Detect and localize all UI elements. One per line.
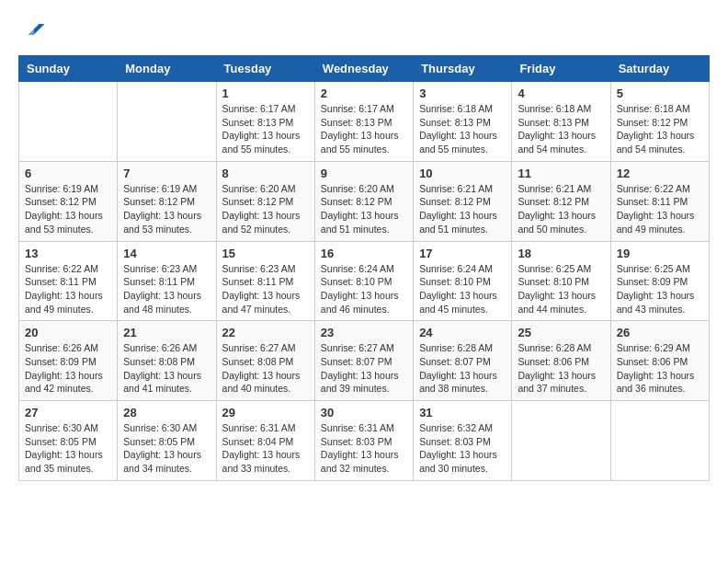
- calendar-day-cell: 12Sunrise: 6:22 AM Sunset: 8:11 PM Dayli…: [610, 161, 709, 241]
- day-number: 3: [419, 86, 506, 100]
- calendar-day-cell: 2Sunrise: 6:17 AM Sunset: 8:13 PM Daylig…: [314, 82, 413, 162]
- day-number: 9: [321, 167, 407, 180]
- day-number: 16: [321, 247, 407, 260]
- day-info: Sunrise: 6:28 AM Sunset: 8:07 PM Dayligh…: [419, 341, 506, 396]
- day-number: 17: [419, 247, 506, 260]
- logo-icon: [18, 18, 46, 46]
- calendar-day-cell: 17Sunrise: 6:24 AM Sunset: 8:10 PM Dayli…: [414, 241, 512, 321]
- calendar-week-row: 27Sunrise: 6:30 AM Sunset: 8:05 PM Dayli…: [19, 401, 710, 481]
- day-info: Sunrise: 6:28 AM Sunset: 8:06 PM Dayligh…: [518, 341, 604, 396]
- calendar-day-cell: 28Sunrise: 6:30 AM Sunset: 8:05 PM Dayli…: [118, 401, 216, 481]
- day-number: 19: [617, 247, 703, 260]
- day-number: 4: [518, 86, 604, 100]
- day-info: Sunrise: 6:19 AM Sunset: 8:12 PM Dayligh…: [25, 182, 111, 236]
- calendar-day-cell: [512, 401, 610, 481]
- calendar-week-row: 13Sunrise: 6:22 AM Sunset: 8:11 PM Dayli…: [19, 241, 710, 321]
- day-info: Sunrise: 6:25 AM Sunset: 8:10 PM Dayligh…: [518, 262, 604, 316]
- day-info: Sunrise: 6:27 AM Sunset: 8:08 PM Dayligh…: [222, 341, 309, 396]
- day-number: 20: [25, 326, 111, 339]
- calendar-day-cell: 5Sunrise: 6:18 AM Sunset: 8:12 PM Daylig…: [610, 82, 709, 162]
- calendar-day-cell: 22Sunrise: 6:27 AM Sunset: 8:08 PM Dayli…: [216, 321, 314, 401]
- day-info: Sunrise: 6:27 AM Sunset: 8:07 PM Dayligh…: [321, 341, 407, 396]
- calendar-day-cell: 27Sunrise: 6:30 AM Sunset: 8:05 PM Dayli…: [19, 401, 118, 481]
- calendar-header-row: SundayMondayTuesdayWednesdayThursdayFrid…: [19, 56, 710, 82]
- calendar-day-cell: 30Sunrise: 6:31 AM Sunset: 8:03 PM Dayli…: [314, 401, 413, 481]
- calendar-day-header: Tuesday: [216, 56, 314, 82]
- calendar-day-header: Sunday: [19, 56, 118, 82]
- calendar-day-cell: 13Sunrise: 6:22 AM Sunset: 8:11 PM Dayli…: [19, 241, 118, 321]
- calendar-day-cell: 4Sunrise: 6:18 AM Sunset: 8:13 PM Daylig…: [512, 82, 610, 162]
- header: [18, 18, 710, 46]
- calendar-week-row: 20Sunrise: 6:26 AM Sunset: 8:09 PM Dayli…: [19, 321, 710, 401]
- calendar-day-cell: 23Sunrise: 6:27 AM Sunset: 8:07 PM Dayli…: [314, 321, 413, 401]
- calendar-day-cell: 9Sunrise: 6:20 AM Sunset: 8:12 PM Daylig…: [314, 161, 413, 241]
- logo: [18, 18, 50, 46]
- day-info: Sunrise: 6:24 AM Sunset: 8:10 PM Dayligh…: [419, 262, 506, 316]
- day-info: Sunrise: 6:18 AM Sunset: 8:13 PM Dayligh…: [518, 102, 604, 156]
- calendar-day-cell: [610, 401, 709, 481]
- day-number: 23: [321, 326, 407, 339]
- calendar-day-cell: 11Sunrise: 6:21 AM Sunset: 8:12 PM Dayli…: [512, 161, 610, 241]
- calendar-day-cell: 15Sunrise: 6:23 AM Sunset: 8:11 PM Dayli…: [216, 241, 314, 321]
- day-info: Sunrise: 6:18 AM Sunset: 8:12 PM Dayligh…: [617, 102, 703, 156]
- calendar-day-cell: 20Sunrise: 6:26 AM Sunset: 8:09 PM Dayli…: [19, 321, 118, 401]
- svg-marker-1: [28, 29, 34, 35]
- day-info: Sunrise: 6:18 AM Sunset: 8:13 PM Dayligh…: [419, 102, 506, 156]
- day-info: Sunrise: 6:30 AM Sunset: 8:05 PM Dayligh…: [25, 421, 111, 476]
- calendar-day-cell: 6Sunrise: 6:19 AM Sunset: 8:12 PM Daylig…: [19, 161, 118, 241]
- day-number: 12: [617, 167, 703, 180]
- day-number: 5: [617, 86, 703, 100]
- day-number: 28: [123, 406, 210, 419]
- day-info: Sunrise: 6:30 AM Sunset: 8:05 PM Dayligh…: [123, 421, 210, 476]
- day-number: 2: [321, 86, 407, 100]
- calendar-day-cell: 10Sunrise: 6:21 AM Sunset: 8:12 PM Dayli…: [414, 161, 512, 241]
- day-info: Sunrise: 6:26 AM Sunset: 8:08 PM Dayligh…: [123, 341, 210, 396]
- calendar-day-header: Saturday: [610, 56, 709, 82]
- day-info: Sunrise: 6:24 AM Sunset: 8:10 PM Dayligh…: [321, 262, 407, 316]
- day-number: 22: [222, 326, 309, 339]
- day-info: Sunrise: 6:25 AM Sunset: 8:09 PM Dayligh…: [617, 262, 703, 316]
- day-number: 18: [518, 247, 604, 260]
- calendar-day-cell: 21Sunrise: 6:26 AM Sunset: 8:08 PM Dayli…: [118, 321, 216, 401]
- calendar-day-cell: 18Sunrise: 6:25 AM Sunset: 8:10 PM Dayli…: [512, 241, 610, 321]
- day-number: 29: [222, 406, 309, 419]
- calendar-day-cell: 24Sunrise: 6:28 AM Sunset: 8:07 PM Dayli…: [414, 321, 512, 401]
- day-number: 10: [419, 167, 506, 180]
- calendar-day-cell: 31Sunrise: 6:32 AM Sunset: 8:03 PM Dayli…: [414, 401, 512, 481]
- day-number: 11: [518, 167, 604, 180]
- day-number: 21: [123, 326, 210, 339]
- calendar-day-cell: 1Sunrise: 6:17 AM Sunset: 8:13 PM Daylig…: [216, 82, 314, 162]
- calendar-day-cell: 8Sunrise: 6:20 AM Sunset: 8:12 PM Daylig…: [216, 161, 314, 241]
- day-number: 27: [25, 406, 111, 419]
- calendar-day-cell: [19, 82, 118, 162]
- calendar-week-row: 1Sunrise: 6:17 AM Sunset: 8:13 PM Daylig…: [19, 82, 710, 162]
- day-info: Sunrise: 6:31 AM Sunset: 8:03 PM Dayligh…: [321, 421, 407, 476]
- day-info: Sunrise: 6:21 AM Sunset: 8:12 PM Dayligh…: [419, 182, 506, 236]
- day-number: 24: [419, 326, 506, 339]
- day-number: 8: [222, 167, 309, 180]
- day-number: 7: [123, 167, 210, 180]
- calendar-day-header: Friday: [512, 56, 610, 82]
- svg-marker-0: [34, 24, 45, 35]
- calendar-day-cell: 25Sunrise: 6:28 AM Sunset: 8:06 PM Dayli…: [512, 321, 610, 401]
- day-info: Sunrise: 6:23 AM Sunset: 8:11 PM Dayligh…: [123, 262, 210, 316]
- day-number: 14: [123, 247, 210, 260]
- day-info: Sunrise: 6:17 AM Sunset: 8:13 PM Dayligh…: [321, 102, 407, 156]
- calendar-day-header: Wednesday: [314, 56, 413, 82]
- calendar-day-cell: [118, 82, 216, 162]
- day-info: Sunrise: 6:20 AM Sunset: 8:12 PM Dayligh…: [222, 182, 309, 236]
- day-info: Sunrise: 6:32 AM Sunset: 8:03 PM Dayligh…: [419, 421, 506, 476]
- day-info: Sunrise: 6:23 AM Sunset: 8:11 PM Dayligh…: [222, 262, 309, 316]
- calendar-day-cell: 19Sunrise: 6:25 AM Sunset: 8:09 PM Dayli…: [610, 241, 709, 321]
- day-number: 6: [25, 167, 111, 180]
- calendar-day-cell: 3Sunrise: 6:18 AM Sunset: 8:13 PM Daylig…: [414, 82, 512, 162]
- day-number: 25: [518, 326, 604, 339]
- calendar-table: SundayMondayTuesdayWednesdayThursdayFrid…: [18, 55, 710, 481]
- day-info: Sunrise: 6:20 AM Sunset: 8:12 PM Dayligh…: [321, 182, 407, 236]
- calendar-day-cell: 14Sunrise: 6:23 AM Sunset: 8:11 PM Dayli…: [118, 241, 216, 321]
- day-info: Sunrise: 6:21 AM Sunset: 8:12 PM Dayligh…: [518, 182, 604, 236]
- calendar-day-cell: 16Sunrise: 6:24 AM Sunset: 8:10 PM Dayli…: [314, 241, 413, 321]
- day-info: Sunrise: 6:29 AM Sunset: 8:06 PM Dayligh…: [617, 341, 703, 396]
- day-number: 1: [222, 86, 309, 100]
- day-number: 26: [617, 326, 703, 339]
